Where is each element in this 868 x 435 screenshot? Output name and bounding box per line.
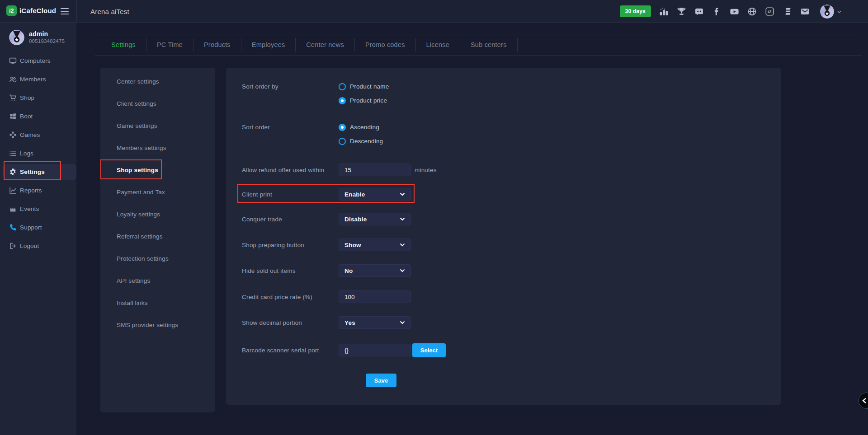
select-hide-sold-out-items[interactable]: No (339, 264, 411, 277)
monitor-icon (9, 57, 17, 65)
hamburger-menu-icon[interactable] (61, 8, 69, 15)
radio-option-descending[interactable]: Descending (339, 134, 383, 148)
chevron-down-icon (400, 269, 405, 272)
settings-nav-center-settings[interactable]: Center settings (100, 70, 215, 93)
select-client-print[interactable]: Enable (339, 188, 411, 201)
chevron-left-icon (862, 398, 867, 404)
select-conquer-trade[interactable]: Disable (339, 213, 411, 225)
sidebar: admin 005193482475 ComputersMembersShopB… (0, 23, 76, 435)
tab-license[interactable]: License (416, 34, 460, 55)
top-navbar: i2 iCafeCloud Arena aiTest 30 days i2 (0, 0, 868, 23)
radio-unselected-icon[interactable] (339, 138, 346, 145)
select-shop-preparing-button[interactable]: Show (339, 239, 411, 251)
input-suffix: minutes (415, 164, 437, 176)
input-credit-card-price-rate[interactable] (339, 290, 411, 303)
user-menu[interactable] (820, 5, 842, 19)
chart-icon (9, 187, 17, 194)
tab-center-news[interactable]: Center news (296, 34, 354, 55)
input-barcode-scanner-serial-port[interactable] (339, 344, 411, 356)
select-show-decimal-portion[interactable]: Yes (339, 316, 411, 329)
sidebar-item-label: Boot (20, 113, 33, 120)
chevron-down-icon (400, 217, 405, 221)
sidebar-item-games[interactable]: Games (0, 126, 76, 144)
radio-label: Ascending (350, 124, 379, 131)
avatar (9, 30, 24, 45)
chevron-down-icon (400, 243, 405, 247)
settings-nav-api-settings[interactable]: API settings (100, 270, 215, 292)
settings-nav-shop-settings[interactable]: Shop settings (100, 159, 215, 181)
tab-pc-time[interactable]: PC Time (146, 34, 193, 55)
settings-nav-game-settings[interactable]: Game settings (100, 115, 215, 137)
select-value: Show (344, 242, 361, 248)
radio-selected-icon[interactable] (339, 124, 346, 131)
select-value: No (344, 267, 353, 274)
settings-nav-payment-and-tax[interactable]: Payment and Tax (100, 181, 215, 203)
sidebar-item-computers[interactable]: Computers (0, 51, 76, 70)
crown-icon (9, 205, 17, 213)
brand-logo[interactable]: i2 iCafeCloud (6, 5, 56, 16)
tab-employees[interactable]: Employees (241, 34, 296, 55)
sidebar-item-label: Events (20, 206, 39, 212)
sidebar-item-label: Logout (20, 243, 39, 249)
tab-products[interactable]: Products (193, 34, 241, 55)
radio-selected-icon[interactable] (339, 97, 346, 104)
sidebar-item-label: Settings (20, 168, 45, 175)
radio-option-ascending[interactable]: Ascending (339, 120, 383, 134)
settings-nav-referral-settings[interactable]: Referral settings (100, 225, 215, 248)
icafecloud-logo-icon: i2 (6, 5, 17, 16)
trophy-icon[interactable] (676, 6, 686, 16)
select-button[interactable]: Select (412, 343, 446, 357)
youtube-icon[interactable] (729, 6, 739, 16)
globe-icon[interactable] (747, 6, 757, 16)
select-value: Yes (344, 319, 355, 326)
sidebar-item-support[interactable]: Support (0, 218, 76, 237)
user-id: 005193482475 (29, 38, 65, 45)
sidebar-nav: ComputersMembersShopBootGamesLogsSetting… (0, 51, 76, 255)
sidebar-item-logs[interactable]: Logs (0, 144, 76, 163)
users-icon (9, 75, 17, 83)
sidebar-item-reports[interactable]: Reports (0, 181, 76, 200)
brand-name: iCafeCloud (19, 7, 56, 14)
sidebar-item-logout[interactable]: Logout (0, 237, 76, 255)
icafecloud-icon[interactable]: i2 (764, 6, 774, 16)
settings-nav-client-settings[interactable]: Client settings (100, 93, 215, 115)
radio-group-sort-order: AscendingDescending (339, 120, 383, 148)
settings-nav-protection-settings[interactable]: Protection settings (100, 248, 215, 270)
input-allow-refund-offer-used-within[interactable] (339, 164, 411, 176)
sidebar-item-boot[interactable]: Boot (0, 107, 76, 126)
cart-icon (9, 94, 17, 102)
select-value: Enable (344, 191, 365, 198)
sidebar-item-label: Support (20, 224, 42, 231)
ranking-icon[interactable] (659, 6, 669, 16)
tab-bar: SettingsPC TimeProductsEmployeesCenter n… (95, 34, 862, 56)
mail-icon[interactable] (800, 6, 810, 16)
radio-option-product-price[interactable]: Product price (339, 94, 389, 108)
field-label-client-print: Client print (242, 188, 335, 201)
settings-nav-sms-provider-settings[interactable]: SMS provider settings (100, 314, 215, 336)
sidebar-item-label: Shop (20, 94, 34, 101)
sidebar-item-settings[interactable]: Settings (0, 163, 76, 181)
settings-nav-loyalty-settings[interactable]: Loyalty settings (100, 203, 215, 225)
collapse-panel-button[interactable] (859, 393, 868, 409)
license-days-badge[interactable]: 30 days (620, 5, 651, 17)
tab-sub-centers[interactable]: Sub centers (460, 34, 517, 55)
settings-nav-install-links[interactable]: Install links (100, 292, 215, 314)
radio-label: Descending (350, 138, 383, 145)
layers-icon[interactable] (782, 6, 792, 16)
radio-option-product-name[interactable]: Product name (339, 80, 389, 94)
facebook-icon[interactable] (712, 6, 722, 16)
sidebar-item-members[interactable]: Members (0, 70, 76, 89)
tab-settings[interactable]: Settings (101, 34, 146, 55)
gamepad-icon (9, 131, 17, 139)
sidebar-item-events[interactable]: Events (0, 200, 76, 218)
sidebar-item-label: Games (20, 131, 40, 138)
windows-icon (9, 112, 17, 120)
settings-nav-members-settings[interactable]: Members settings (100, 137, 215, 159)
sidebar-item-shop[interactable]: Shop (0, 89, 76, 107)
discord-icon[interactable] (694, 6, 704, 16)
tab-promo-codes[interactable]: Promo codes (355, 34, 415, 55)
navbar-actions: 30 days i2 (620, 0, 842, 23)
save-button[interactable]: Save (366, 374, 396, 387)
radio-label: Product price (350, 97, 387, 104)
radio-unselected-icon[interactable] (339, 83, 346, 90)
